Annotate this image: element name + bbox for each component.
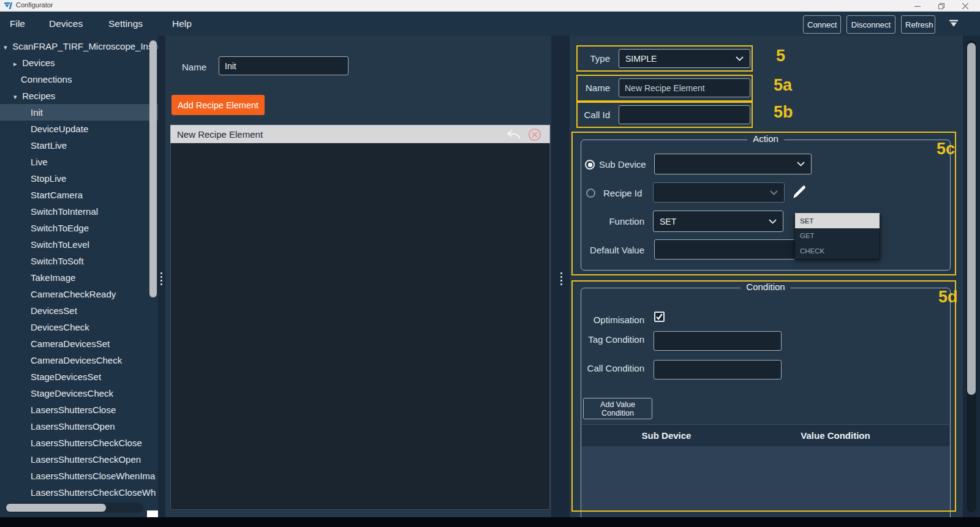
type-dropdown[interactable]: SIMPLE <box>619 49 750 68</box>
condition-legend: Condition <box>741 282 790 292</box>
recipe-element-header[interactable]: New Recipe Element <box>170 125 550 143</box>
sidebar-tree: ▾ ScanFRAP_TIRF_Microscope_Insco ▸ Devic… <box>0 36 158 517</box>
disconnect-button[interactable]: Disconnect <box>846 15 895 34</box>
filter-icon[interactable] <box>949 20 959 28</box>
maximize-button[interactable] <box>932 0 951 12</box>
tree-recipe-item[interactable]: TakeImage <box>0 269 158 286</box>
tree-recipe-item[interactable]: LasersShuttersOpen <box>0 418 158 435</box>
table-header-value-condition: Value Condition <box>751 425 920 446</box>
center-splitter[interactable] <box>551 36 570 517</box>
menubar: FileDevicesSettingsHelp ConnectDisconnec… <box>0 12 980 36</box>
sidebar-horizontal-scrollbar-thumb[interactable] <box>6 504 106 512</box>
function-option-check[interactable]: CHECK <box>795 244 880 259</box>
recipe-element-body <box>170 143 550 510</box>
tree-recipe-item[interactable]: StageDevicesSet <box>0 368 158 385</box>
tree-node-recipes[interactable]: ▾ Recipes <box>0 88 158 104</box>
sub-device-radio[interactable] <box>585 160 595 170</box>
value-condition-table-body <box>582 446 949 510</box>
function-option-get[interactable]: GET <box>795 228 880 244</box>
sidebar-vertical-scrollbar[interactable] <box>149 40 157 297</box>
expand-arrow-icon[interactable]: ▸ <box>13 56 20 71</box>
tree-recipe-item[interactable]: SwitchToInternal <box>0 203 158 220</box>
tree-recipe-item[interactable]: StageDevicesCheck <box>0 385 158 402</box>
tree-root-node[interactable]: ▾ ScanFRAP_TIRF_Microscope_Insco <box>0 38 158 54</box>
splitter-grip-icon[interactable] <box>160 272 162 285</box>
tree-node-devices[interactable]: ▸ Devices <box>0 54 158 71</box>
table-header-sub-device: Sub Device <box>582 425 751 446</box>
tree-recipe-item[interactable]: StartLive <box>0 137 158 154</box>
call-id-label: Call Id <box>570 105 610 124</box>
tree-node-connections[interactable]: Connections <box>0 71 158 88</box>
tree-recipe-item[interactable]: StopLive <box>0 170 158 187</box>
tree-recipe-item[interactable]: LasersShuttersCheckClose <box>0 435 158 451</box>
edit-pencil-icon[interactable] <box>791 184 807 200</box>
refresh-button[interactable]: Refresh <box>901 15 935 34</box>
tree-recipe-item[interactable]: DevicesSet <box>0 302 158 319</box>
function-dropdown[interactable]: SET <box>653 211 783 232</box>
add-recipe-element-button[interactable]: Add Recipe Element <box>172 95 265 115</box>
tree-recipe-item[interactable]: LasersShuttersClose <box>0 402 158 418</box>
call-condition-label: Call Condition <box>570 359 644 378</box>
element-details-panel: Type SIMPLE 5 Name 5a Call Id 5b Action … <box>570 36 963 517</box>
tag-condition-input[interactable] <box>654 331 782 351</box>
collapse-arrow-icon[interactable]: ▾ <box>13 89 20 104</box>
right-vertical-scrollbar-track[interactable] <box>967 40 976 512</box>
menu-devices[interactable]: Devices <box>45 12 86 36</box>
menu-settings[interactable]: Settings <box>105 12 146 36</box>
tree-root-label: ScanFRAP_TIRF_Microscope_Insco <box>12 41 158 51</box>
tree-recipe-item[interactable]: SwitchToEdge <box>0 220 158 236</box>
remove-element-icon[interactable] <box>528 128 541 141</box>
element-name-label: Name <box>570 78 610 97</box>
default-value-label: Default Value <box>570 241 644 260</box>
tree-recipe-item[interactable]: DevicesCheck <box>0 319 158 335</box>
tree-recipe-item[interactable]: LasersShuttersCheckOpen <box>0 451 158 468</box>
menu-file[interactable]: File <box>6 12 29 36</box>
configurator-window: Configurator FileDevicesSettingsHelp Con… <box>0 0 980 527</box>
minimize-button[interactable] <box>908 0 927 12</box>
optimisation-checkbox[interactable] <box>654 312 665 322</box>
connect-button[interactable]: Connect <box>803 15 841 34</box>
tree-recipe-item[interactable]: SwitchToLevel <box>0 236 158 253</box>
call-condition-input[interactable] <box>654 360 782 379</box>
tree-recipe-item[interactable]: LasersShuttersCheckCloseWh <box>0 484 158 501</box>
recipe-id-label: Recipe Id <box>603 188 642 199</box>
checkmark-icon <box>655 313 663 321</box>
collapse-arrow-icon[interactable]: ▾ <box>4 39 10 54</box>
tree-recipe-item[interactable]: CameraDevicesSet <box>0 335 158 352</box>
tree-recipe-item[interactable]: StartCamera <box>0 187 158 203</box>
element-name-input[interactable] <box>619 78 750 97</box>
window-title: Configurator <box>16 1 53 9</box>
recipe-name-input[interactable] <box>219 56 349 75</box>
default-value-input[interactable] <box>654 239 812 260</box>
recipe-id-radio[interactable] <box>586 189 595 198</box>
close-button[interactable] <box>956 0 975 12</box>
value-condition-table-header: Sub DeviceValue Condition <box>582 424 949 446</box>
add-value-condition-button[interactable]: Add Value Condition <box>583 398 652 419</box>
tree-recipe-item[interactable]: CameraCheckReady <box>0 286 158 302</box>
chevron-down-icon <box>770 190 778 195</box>
function-label: Function <box>570 212 644 231</box>
sidebar-horizontal-scrollbar[interactable] <box>5 503 143 513</box>
left-splitter[interactable] <box>158 36 165 517</box>
tree-recipe-item[interactable]: LasersShuttersCloseWhenIma <box>0 468 158 484</box>
tree-recipe-item[interactable]: CameraDevicesCheck <box>0 352 158 368</box>
tree-recipe-item[interactable]: Live <box>0 154 158 170</box>
call-id-input[interactable] <box>619 105 750 124</box>
bottom-bar <box>0 517 980 527</box>
chevron-down-icon <box>797 162 805 166</box>
undo-icon[interactable] <box>505 129 521 140</box>
splitter-grip-icon[interactable] <box>560 272 562 285</box>
menu-help[interactable]: Help <box>168 12 195 36</box>
function-option-set[interactable]: SET <box>795 214 880 228</box>
right-vertical-scrollbar-thumb[interactable] <box>967 43 976 395</box>
sub-device-dropdown[interactable] <box>654 154 812 174</box>
tree-recipe-item[interactable]: SwitchToSoft <box>0 253 158 269</box>
annotation-label-5a: 5a <box>774 76 792 95</box>
recipe-id-dropdown[interactable] <box>653 182 785 203</box>
tree-recipe-item[interactable]: DeviceUpdate <box>0 121 158 137</box>
optimisation-label: Optimisation <box>570 310 644 329</box>
recipe-element-card: New Recipe Element <box>170 125 550 510</box>
tag-condition-label: Tag Condition <box>570 330 644 349</box>
recipe-name-label: Name <box>182 58 206 77</box>
tree-recipe-item[interactable]: Init <box>0 104 158 121</box>
